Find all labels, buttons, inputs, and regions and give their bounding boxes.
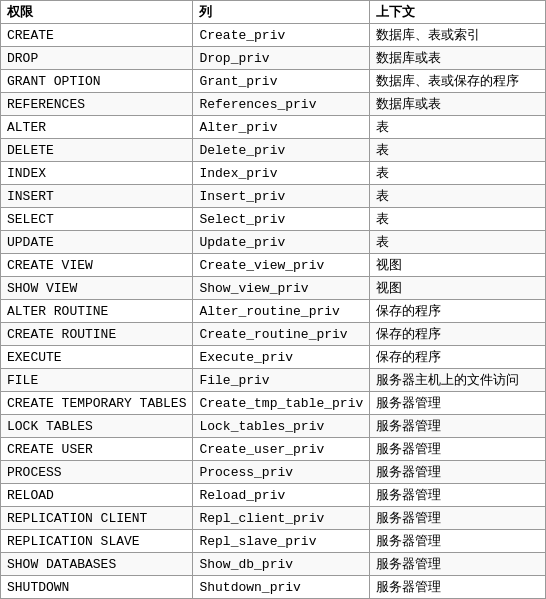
table-row: CREATE TEMPORARY TABLESCreate_tmp_table_…: [1, 392, 546, 415]
table-cell: CREATE: [1, 24, 193, 47]
table-cell: CREATE USER: [1, 438, 193, 461]
table-cell: SHOW VIEW: [1, 277, 193, 300]
table-cell: 数据库、表或索引: [370, 24, 546, 47]
table-row: SHUTDOWNShutdown_priv服务器管理: [1, 576, 546, 599]
table-cell: Execute_priv: [193, 346, 370, 369]
table-cell: PROCESS: [1, 461, 193, 484]
header-ctx: 上下文: [370, 1, 546, 24]
table-cell: DELETE: [1, 139, 193, 162]
table-row: SHOW VIEWShow_view_priv视图: [1, 277, 546, 300]
table-cell: GRANT OPTION: [1, 70, 193, 93]
table-cell: 表: [370, 231, 546, 254]
privileges-table: 权限 列 上下文 CREATECreate_priv数据库、表或索引DROPDr…: [0, 0, 546, 599]
table-cell: 保存的程序: [370, 300, 546, 323]
table-row: GRANT OPTIONGrant_priv数据库、表或保存的程序: [1, 70, 546, 93]
table-cell: ALTER: [1, 116, 193, 139]
table-cell: INDEX: [1, 162, 193, 185]
table-cell: 服务器管理: [370, 576, 546, 599]
table-cell: Create_routine_priv: [193, 323, 370, 346]
table-row: REPLICATION SLAVERepl_slave_priv服务器管理: [1, 530, 546, 553]
table-row: CREATECreate_priv数据库、表或索引: [1, 24, 546, 47]
table-cell: 表: [370, 116, 546, 139]
table-cell: Create_tmp_table_priv: [193, 392, 370, 415]
table-cell: Insert_priv: [193, 185, 370, 208]
table-row: CREATE VIEWCreate_view_priv视图: [1, 254, 546, 277]
table-row: EXECUTEExecute_priv保存的程序: [1, 346, 546, 369]
table-cell: ALTER ROUTINE: [1, 300, 193, 323]
table-cell: 表: [370, 139, 546, 162]
table-cell: 服务器管理: [370, 461, 546, 484]
table-cell: Create_view_priv: [193, 254, 370, 277]
table-cell: Create_user_priv: [193, 438, 370, 461]
table-cell: Reload_priv: [193, 484, 370, 507]
table-cell: Shutdown_priv: [193, 576, 370, 599]
table-cell: Repl_client_priv: [193, 507, 370, 530]
table-row: FILEFile_priv服务器主机上的文件访问: [1, 369, 546, 392]
table-row: SHOW DATABASESShow_db_priv服务器管理: [1, 553, 546, 576]
table-cell: Repl_slave_priv: [193, 530, 370, 553]
table-cell: Lock_tables_priv: [193, 415, 370, 438]
header-col: 列: [193, 1, 370, 24]
table-cell: DROP: [1, 47, 193, 70]
table-cell: Delete_priv: [193, 139, 370, 162]
table-row: CREATE USERCreate_user_priv服务器管理: [1, 438, 546, 461]
table-row: REPLICATION CLIENTRepl_client_priv服务器管理: [1, 507, 546, 530]
table-cell: EXECUTE: [1, 346, 193, 369]
table-cell: File_priv: [193, 369, 370, 392]
table-row: CREATE ROUTINECreate_routine_priv保存的程序: [1, 323, 546, 346]
table-cell: UPDATE: [1, 231, 193, 254]
table-cell: 表: [370, 208, 546, 231]
table-cell: CREATE TEMPORARY TABLES: [1, 392, 193, 415]
table-cell: 视图: [370, 254, 546, 277]
table-row: UPDATEUpdate_priv表: [1, 231, 546, 254]
table-row: REFERENCESReferences_priv数据库或表: [1, 93, 546, 116]
table-cell: 服务器管理: [370, 484, 546, 507]
table-cell: 服务器管理: [370, 507, 546, 530]
table-cell: LOCK TABLES: [1, 415, 193, 438]
table-cell: 视图: [370, 277, 546, 300]
table-row: LOCK TABLESLock_tables_priv服务器管理: [1, 415, 546, 438]
table-cell: 服务器管理: [370, 392, 546, 415]
table-row: INDEXIndex_priv表: [1, 162, 546, 185]
table-cell: Alter_routine_priv: [193, 300, 370, 323]
table-cell: Alter_priv: [193, 116, 370, 139]
table-row: ALTERAlter_priv表: [1, 116, 546, 139]
table-cell: INSERT: [1, 185, 193, 208]
table-cell: 数据库或表: [370, 47, 546, 70]
table-cell: 服务器管理: [370, 415, 546, 438]
table-cell: CREATE VIEW: [1, 254, 193, 277]
table-cell: CREATE ROUTINE: [1, 323, 193, 346]
table-cell: Grant_priv: [193, 70, 370, 93]
table-row: RELOADReload_priv服务器管理: [1, 484, 546, 507]
table-cell: 服务器管理: [370, 438, 546, 461]
table-cell: 数据库、表或保存的程序: [370, 70, 546, 93]
table-row: DELETEDelete_priv表: [1, 139, 546, 162]
table-cell: SELECT: [1, 208, 193, 231]
table-cell: 表: [370, 185, 546, 208]
table-cell: Show_view_priv: [193, 277, 370, 300]
table-cell: Update_priv: [193, 231, 370, 254]
table-cell: Select_priv: [193, 208, 370, 231]
table-cell: Process_priv: [193, 461, 370, 484]
table-row: PROCESSProcess_priv服务器管理: [1, 461, 546, 484]
table-cell: 服务器管理: [370, 553, 546, 576]
table-cell: 服务器主机上的文件访问: [370, 369, 546, 392]
header-priv: 权限: [1, 1, 193, 24]
table-cell: Create_priv: [193, 24, 370, 47]
table-row: ALTER ROUTINEAlter_routine_priv保存的程序: [1, 300, 546, 323]
table-cell: SHUTDOWN: [1, 576, 193, 599]
table-cell: 数据库或表: [370, 93, 546, 116]
table-row: DROPDrop_priv数据库或表: [1, 47, 546, 70]
table-row: INSERTInsert_priv表: [1, 185, 546, 208]
table-cell: 服务器管理: [370, 530, 546, 553]
table-cell: REFERENCES: [1, 93, 193, 116]
table-cell: RELOAD: [1, 484, 193, 507]
table-cell: 保存的程序: [370, 323, 546, 346]
table-row: SELECTSelect_priv表: [1, 208, 546, 231]
table-cell: FILE: [1, 369, 193, 392]
table-cell: 表: [370, 162, 546, 185]
table-cell: SHOW DATABASES: [1, 553, 193, 576]
table-cell: REPLICATION CLIENT: [1, 507, 193, 530]
table-cell: References_priv: [193, 93, 370, 116]
table-cell: 保存的程序: [370, 346, 546, 369]
